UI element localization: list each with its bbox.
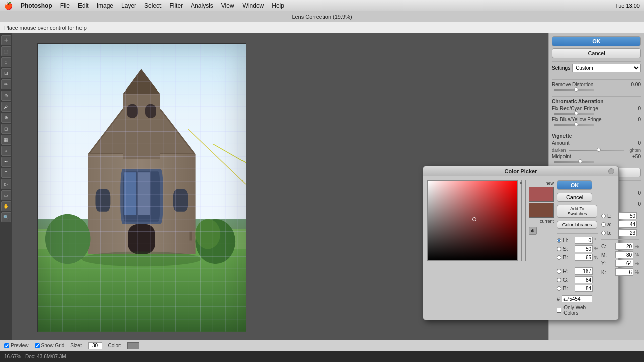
h-unit: ° bbox=[594, 238, 596, 243]
canvas-wrapper[interactable] bbox=[37, 43, 246, 332]
preview-label: Preview bbox=[11, 343, 29, 348]
preview-checkbox-label[interactable]: Preview bbox=[4, 343, 29, 348]
cp-add-swatches-button[interactable]: Add To Swatches bbox=[557, 205, 597, 218]
midpoint-slider[interactable] bbox=[554, 161, 594, 163]
b3-radio[interactable] bbox=[601, 231, 606, 235]
gradient-tool[interactable]: ▦ bbox=[1, 135, 11, 145]
size-label: Size: bbox=[70, 343, 82, 348]
menu-analysis[interactable]: Analysis bbox=[191, 2, 213, 9]
menu-view[interactable]: View bbox=[221, 2, 234, 9]
hue-strip[interactable] bbox=[521, 180, 522, 261]
web-colors-checkbox[interactable] bbox=[557, 308, 561, 313]
eyedropper-icon[interactable]: ⊕ bbox=[529, 227, 537, 235]
move-tool[interactable]: ✛ bbox=[1, 35, 11, 45]
shape-tool[interactable]: ▭ bbox=[1, 190, 11, 200]
filmstrip-bar: 16.67% Doc: 43.6M/87.3M bbox=[0, 351, 644, 362]
grid-color-swatch[interactable] bbox=[127, 342, 139, 349]
cancel-button[interactable]: Cancel bbox=[552, 48, 641, 58]
show-grid-checkbox[interactable] bbox=[35, 343, 40, 348]
amount-label: Amount bbox=[552, 140, 623, 146]
menu-photoshop[interactable]: Photoshop bbox=[21, 2, 52, 9]
a-input[interactable] bbox=[619, 221, 637, 228]
zoom-tool[interactable]: 🔍 bbox=[1, 212, 11, 222]
eraser-tool[interactable]: ◻ bbox=[1, 124, 11, 134]
menu-layer[interactable]: Layer bbox=[121, 2, 136, 9]
b-radio[interactable] bbox=[557, 255, 561, 260]
settings-select[interactable]: Custom bbox=[572, 64, 641, 72]
svg-rect-15 bbox=[128, 224, 155, 254]
blue-yellow-slider[interactable] bbox=[554, 124, 594, 126]
preview-checkbox[interactable] bbox=[4, 343, 9, 348]
hex-input[interactable] bbox=[562, 295, 592, 302]
r-label: R: bbox=[563, 268, 573, 274]
brush-tool[interactable]: 🖌 bbox=[1, 102, 11, 112]
crop-tool[interactable]: ⊡ bbox=[1, 68, 11, 78]
heal-tool[interactable]: ⊕ bbox=[1, 90, 11, 101]
s-label: S: bbox=[563, 246, 573, 252]
l-input[interactable] bbox=[619, 212, 637, 219]
status-bar: Preview Show Grid Size: Color: bbox=[0, 340, 644, 351]
cp-cancel-button[interactable]: Cancel bbox=[557, 193, 592, 202]
r-input[interactable] bbox=[575, 267, 593, 275]
size-input[interactable] bbox=[88, 342, 102, 349]
k-input[interactable] bbox=[615, 268, 633, 276]
menu-select[interactable]: Select bbox=[144, 2, 161, 9]
menu-help[interactable]: Help bbox=[272, 2, 284, 9]
lasso-tool[interactable]: ⌂ bbox=[1, 57, 11, 67]
y-label: Y: bbox=[601, 261, 614, 266]
r-radio[interactable] bbox=[557, 269, 561, 274]
clone-tool[interactable]: ⊗ bbox=[1, 113, 11, 123]
h-radio[interactable] bbox=[557, 238, 561, 243]
h-input[interactable] bbox=[575, 237, 593, 244]
dodge-tool[interactable]: ○ bbox=[1, 146, 11, 156]
path-tool[interactable]: ▷ bbox=[1, 179, 11, 189]
s-radio[interactable] bbox=[557, 247, 561, 251]
apple-menu[interactable]: 🍎 bbox=[4, 2, 13, 10]
menu-image[interactable]: Image bbox=[97, 2, 113, 9]
b2-radio[interactable] bbox=[557, 286, 561, 291]
color-gradient-field[interactable] bbox=[427, 180, 518, 261]
l-radio[interactable] bbox=[601, 214, 606, 218]
h-label: H: bbox=[563, 238, 573, 243]
b-input[interactable] bbox=[575, 254, 593, 261]
fix-red-cyan-label: Fix Red/Cyan Fringe bbox=[552, 106, 623, 111]
remove-distortion-slider[interactable] bbox=[554, 89, 594, 91]
zoom-level: 16.67% bbox=[4, 354, 21, 359]
menu-edit[interactable]: Edit bbox=[78, 2, 89, 9]
a-radio[interactable] bbox=[601, 222, 606, 227]
s-input[interactable] bbox=[575, 245, 593, 252]
m-input[interactable] bbox=[615, 251, 633, 258]
ok-button[interactable]: OK bbox=[552, 36, 641, 46]
new-color-swatch[interactable] bbox=[529, 187, 554, 202]
red-cyan-slider[interactable] bbox=[554, 113, 594, 115]
cp-ok-button[interactable]: OK bbox=[557, 180, 592, 190]
b2-input[interactable] bbox=[575, 285, 593, 292]
marquee-tool[interactable]: ⬚ bbox=[1, 46, 11, 56]
current-swatch-label: current bbox=[529, 219, 554, 224]
c-input[interactable] bbox=[615, 243, 633, 250]
amount-slider[interactable] bbox=[569, 150, 625, 151]
svg-rect-17 bbox=[173, 189, 188, 212]
y-unit: % bbox=[635, 261, 639, 266]
b3-input[interactable] bbox=[619, 229, 637, 236]
pen-tool[interactable]: ✒ bbox=[1, 157, 11, 167]
cp-color-libraries-button[interactable]: Color Libraries bbox=[557, 221, 597, 229]
g-input[interactable] bbox=[575, 276, 593, 283]
g-label: G: bbox=[563, 277, 573, 283]
current-color-swatch[interactable] bbox=[529, 203, 554, 218]
eyedropper-tool[interactable]: ✏ bbox=[1, 79, 11, 89]
show-grid-checkbox-label[interactable]: Show Grid bbox=[35, 343, 65, 348]
amount-value: 0 bbox=[623, 140, 641, 146]
color-picker-close[interactable] bbox=[608, 168, 614, 174]
type-tool[interactable]: T bbox=[1, 168, 11, 178]
b-unit: % bbox=[594, 255, 598, 260]
g-radio[interactable] bbox=[557, 278, 561, 282]
alpha-strip[interactable] bbox=[525, 180, 526, 261]
svg-rect-9 bbox=[127, 104, 138, 118]
hand-tool[interactable]: ✋ bbox=[1, 201, 11, 211]
menu-filter[interactable]: Filter bbox=[169, 2, 183, 9]
vignette-section: Vignette Amount 0 darken lighten Midpoin… bbox=[552, 131, 641, 165]
menu-window[interactable]: Window bbox=[243, 2, 264, 9]
y-input[interactable] bbox=[615, 260, 633, 267]
menu-file[interactable]: File bbox=[60, 2, 70, 9]
